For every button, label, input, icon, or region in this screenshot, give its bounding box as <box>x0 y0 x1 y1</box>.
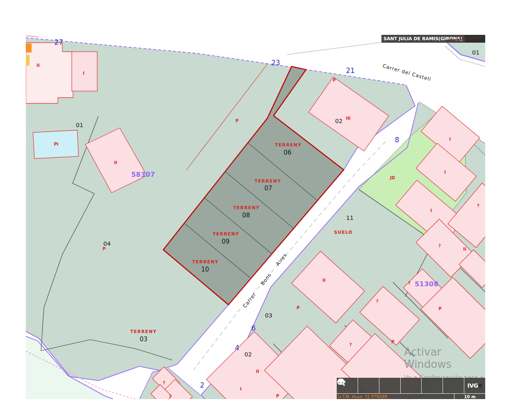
map-status-bar: U.T.M. Huso: 31 ETRS89 10 m <box>337 393 485 399</box>
terreny-number-07: 07 <box>264 185 272 192</box>
parcel-id-51308: 51308 <box>415 281 438 288</box>
terreny-label-09: TERRENY <box>213 232 240 236</box>
parcel-number-02-top: 02 <box>335 118 342 124</box>
street-number-27: 27 <box>54 39 63 46</box>
map-label: P <box>391 340 394 344</box>
parcel-number-04: 04 <box>103 241 111 247</box>
map-label: I <box>240 387 242 391</box>
map-label: ? <box>163 381 165 385</box>
parcel-number-03-right: 03 <box>265 313 272 318</box>
street-name-carrer-bons-aires: Carrer Bons Aires <box>242 252 288 309</box>
terreny-number-09: 09 <box>221 239 229 245</box>
parcel-number-02-bottom: 02 <box>244 352 252 357</box>
map-label: I <box>83 71 84 75</box>
map-label: III <box>346 116 350 121</box>
terreny-number-08: 08 <box>242 212 250 219</box>
ivg-button[interactable]: IVG8 <box>464 378 485 393</box>
measure-button[interactable] <box>401 378 422 393</box>
terreny-label-08: TERRENY <box>233 205 260 210</box>
street-number-21: 21 <box>346 67 355 74</box>
layers-button[interactable] <box>379 378 401 393</box>
map-label: II <box>256 370 259 374</box>
scale-bar: 10 m <box>454 394 485 399</box>
terreny-label-03: TERRENY <box>130 329 157 334</box>
street-number-8: 8 <box>395 137 399 144</box>
street-name-carrer-del-castell: Carrer del Castell <box>382 63 432 82</box>
ivg-label: IVG <box>468 382 478 389</box>
street-number-2: 2 <box>200 382 205 389</box>
map-label: ? <box>349 343 352 347</box>
map-label: I <box>449 137 451 142</box>
street-number-6: 6 <box>251 325 256 332</box>
map-label: P <box>103 247 105 251</box>
suelo-label: SUELO <box>334 230 352 235</box>
map-label: ? <box>169 395 171 399</box>
terreny-number-03: 03 <box>139 336 147 342</box>
municipality-header-bar: SANT JULIA DE RAMIS(GIRONA) <box>381 35 485 43</box>
map-label: P <box>297 306 299 310</box>
scale-value: 10 m <box>464 395 476 399</box>
map-label: II <box>463 247 466 251</box>
map-label: P <box>438 307 441 311</box>
map-toolbar: PIVG8 <box>337 378 485 393</box>
map-label: P <box>276 394 279 398</box>
map-label: ? <box>376 299 379 304</box>
street-number-4: 4 <box>235 345 240 352</box>
map-label: ? <box>438 244 441 248</box>
parcel-number-11: 11 <box>346 215 354 221</box>
ivg-badge: 8 <box>479 383 482 389</box>
terreny-label-07: TERRENY <box>255 179 281 183</box>
terreny-label-06: TERRENY <box>275 143 302 147</box>
parcel-id-58307: 58307 <box>131 171 155 178</box>
terreny-number-06: 06 <box>283 150 291 156</box>
map-label: II <box>37 64 39 68</box>
terreny-number-10: 10 <box>201 267 209 273</box>
parcel-number-01-left: 01 <box>76 122 83 128</box>
map-label: II <box>322 278 325 283</box>
print-button[interactable] <box>422 378 443 393</box>
map-label: ? <box>408 281 411 285</box>
terreny-label-10: TERRENY <box>192 260 219 264</box>
map-label: P <box>333 78 336 82</box>
map-viewport[interactable]: 27232186425830751308TERRENY06TERRENY07TE… <box>26 35 485 399</box>
catastro-map-app: 27232186425830751308TERRENY06TERRENY07TE… <box>0 0 525 420</box>
map-labels-layer: 27232186425830751308TERRENY06TERRENY07TE… <box>26 35 485 399</box>
municipality-name: SANT JULIA DE RAMIS(GIRONA) <box>381 35 465 42</box>
map-label: P <box>235 119 238 123</box>
street-view-button[interactable]: P <box>443 378 464 393</box>
map-label: I <box>444 170 446 174</box>
utm-projection-label: U.T.M. Huso: 31 ETRS89 <box>338 395 454 399</box>
map-label: I <box>430 209 432 213</box>
map-label: II <box>114 161 117 165</box>
map-label: PI <box>54 142 58 146</box>
parcel-number-01-topright: 01 <box>472 50 479 55</box>
zoom-search-button[interactable] <box>358 378 379 393</box>
map-label: ? <box>477 204 479 208</box>
svg-text:P: P <box>340 378 344 384</box>
map-label: JD <box>390 176 395 180</box>
street-number-23: 23 <box>271 59 280 66</box>
